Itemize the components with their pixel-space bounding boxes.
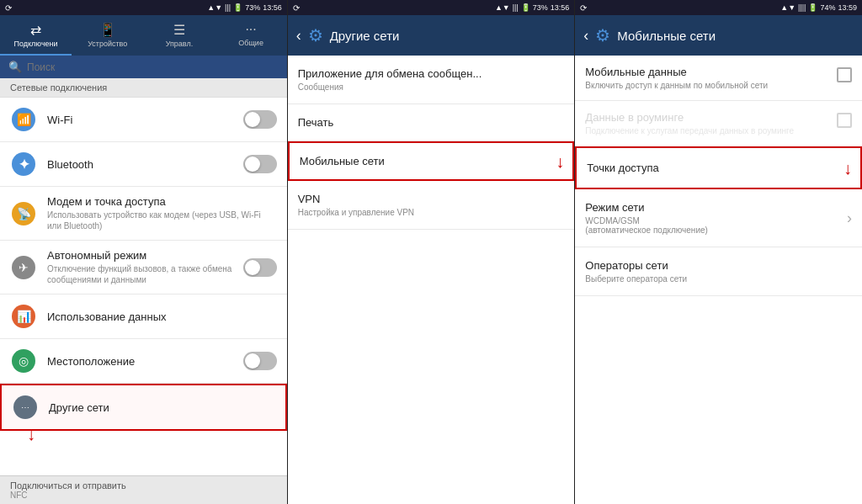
- settings-item-wifi[interactable]: 📶 Wi-Fi: [0, 98, 287, 142]
- network-mode-subtitle: WCDMA/GSM(автоматическое подключение): [585, 216, 847, 235]
- gear-icon-2: ⚙: [308, 25, 323, 45]
- back-button-3[interactable]: ‹: [583, 27, 588, 45]
- status-left-3: ⟳: [580, 3, 587, 13]
- network-mode-title: Режим сети: [585, 201, 847, 214]
- tab-bar: ⇄ Подключени 📱 Устройство ☰ Управл. ··· …: [0, 15, 287, 56]
- row-vpn[interactable]: VPN Настройка и управление VPN: [288, 181, 575, 230]
- bt-toggle[interactable]: [243, 155, 277, 173]
- tab-connect-label: Подключени: [14, 40, 58, 48]
- row-messages-title: Приложение для обмена сообщен...: [298, 67, 565, 80]
- roaming-title: Данные в роуминге: [585, 111, 828, 124]
- time-1: 13:56: [263, 3, 282, 12]
- settings-item-airplane[interactable]: ✈ Автономный режим Отключение функций вы…: [0, 241, 287, 294]
- airplane-text: Автономный режим Отключение функций вызо…: [47, 249, 243, 285]
- status-bar-3: ⟳ ▲▼ |||| 🔋 74% 13:59: [575, 0, 862, 15]
- search-bar: 🔍: [0, 56, 287, 78]
- airplane-toggle[interactable]: [243, 258, 277, 277]
- settings-list-2: Приложение для обмена сообщен... Сообщен…: [288, 56, 575, 504]
- other-icon: ⋯: [13, 395, 37, 419]
- row-print[interactable]: Печать: [288, 104, 575, 141]
- row-mobile-data[interactable]: Мобильные данные Включить доступ к данны…: [575, 56, 862, 101]
- row-mobile-title: Мобильные сети: [300, 155, 563, 167]
- bt-text: Bluetooth: [47, 158, 243, 171]
- row-mobile[interactable]: Мобильные сети ↓: [288, 141, 575, 181]
- network-mode-text: Режим сети WCDMA/GSM(автоматическое подк…: [585, 201, 847, 235]
- tab-device[interactable]: 📱 Устройство: [72, 15, 143, 56]
- bars-icon-1: |||: [225, 3, 231, 12]
- location-icon: ◎: [12, 349, 35, 373]
- battery-icon-2: 🔋: [521, 3, 530, 12]
- row-operators[interactable]: Операторы сети Выберите оператора сети: [575, 247, 862, 296]
- tab-general[interactable]: ··· Общие: [216, 15, 287, 56]
- bottom-sub-1: NFC: [10, 491, 277, 500]
- tab-connect[interactable]: ⇄ Подключени: [0, 15, 72, 56]
- modem-icon: 📡: [12, 202, 35, 225]
- page-header-2: ‹ ⚙ Другие сети: [288, 15, 575, 56]
- tab-control-label: Управл.: [166, 40, 194, 48]
- settings-item-modem[interactable]: 📡 Модем и точка доступа Использовать уст…: [0, 187, 287, 241]
- header-title-3: Мобильные сети: [617, 29, 854, 43]
- location-text: Местоположение: [47, 355, 243, 368]
- tab-control-icon: ☰: [173, 22, 185, 38]
- tab-device-icon: 📱: [99, 22, 116, 38]
- row-messages[interactable]: Приложение для обмена сообщен... Сообщен…: [288, 56, 575, 104]
- search-input[interactable]: [27, 61, 279, 73]
- red-arrow-2: ↓: [556, 151, 564, 171]
- data-title: Использование данных: [47, 310, 277, 323]
- row-messages-subtitle: Сообщения: [298, 82, 565, 92]
- panel-3: ⟳ ▲▼ |||| 🔋 74% 13:59 ‹ ⚙ Мобильные сети…: [575, 0, 862, 504]
- roaming-subtitle: Подключение к услугам передачи данных в …: [585, 126, 828, 135]
- settings-item-bluetooth[interactable]: ✦ Bluetooth: [0, 142, 287, 187]
- mobile-data-checkbox[interactable]: [837, 67, 852, 82]
- roaming-checkbox[interactable]: [837, 113, 852, 128]
- status-right-1: ▲▼ ||| 🔋 73% 13:56: [207, 3, 281, 12]
- settings-item-location[interactable]: ◎ Местоположение: [0, 339, 287, 384]
- settings-item-other[interactable]: ⋯ Другие сети ↓: [0, 384, 287, 431]
- panel-2: ⟳ ▲▼ ||| 🔋 73% 13:56 ‹ ⚙ Другие сети При…: [288, 0, 576, 504]
- battery-icon-3: 🔋: [808, 3, 817, 12]
- sync-icon-2: ⟳: [293, 3, 300, 13]
- signal-icon-3: ▲▼: [780, 3, 795, 12]
- modem-icon-wrap: 📡: [10, 200, 37, 227]
- row-vpn-subtitle: Настройка и управление VPN: [298, 208, 565, 217]
- other-icon-wrap: ⋯: [12, 394, 39, 421]
- wifi-icon: 📶: [12, 108, 35, 131]
- section-label: Сетевые подключения: [0, 78, 287, 98]
- wifi-text: Wi-Fi: [47, 114, 243, 126]
- location-icon-wrap: ◎: [10, 347, 37, 374]
- row-access-points[interactable]: Точки доступа ↓: [575, 146, 862, 189]
- status-right-2: ▲▼ ||| 🔋 73% 13:56: [495, 3, 569, 12]
- row-network-mode[interactable]: Режим сети WCDMA/GSM(автоматическое подк…: [575, 189, 862, 247]
- back-button-2[interactable]: ‹: [296, 27, 301, 45]
- row-roaming[interactable]: Данные в роуминге Подключение к услугам …: [575, 101, 862, 146]
- data-text: Использование данных: [47, 310, 277, 323]
- location-toggle[interactable]: [243, 352, 277, 370]
- red-arrow-1: ↓: [27, 425, 35, 444]
- gear-icon-3: ⚙: [595, 25, 610, 45]
- tab-control[interactable]: ☰ Управл.: [143, 15, 215, 56]
- battery-pct-1: 73%: [245, 3, 260, 12]
- airplane-icon: ✈: [12, 256, 35, 279]
- battery-icon-1: 🔋: [233, 3, 242, 12]
- bt-icon-wrap: ✦: [10, 151, 37, 178]
- roaming-text: Данные в роуминге Подключение к услугам …: [585, 111, 828, 135]
- page-header-3: ‹ ⚙ Мобильные сети: [575, 15, 862, 56]
- other-text: Другие сети: [49, 401, 275, 414]
- modem-subtitle: Использовать устройство как модем (через…: [47, 210, 277, 231]
- modem-text: Модем и точка доступа Использовать устро…: [47, 195, 277, 231]
- status-left-2: ⟳: [293, 3, 300, 13]
- tab-general-label: Общие: [238, 39, 263, 47]
- settings-list-3: Мобильные данные Включить доступ к данны…: [575, 56, 862, 504]
- operators-title: Операторы сети: [585, 259, 852, 272]
- wifi-toggle[interactable]: [243, 110, 277, 129]
- time-2: 13:56: [551, 3, 570, 12]
- tab-device-label: Устройство: [88, 40, 127, 48]
- chevron-icon: ›: [847, 210, 852, 227]
- battery-pct-3: 74%: [820, 3, 835, 12]
- settings-item-data[interactable]: 📊 Использование данных: [0, 294, 287, 339]
- tab-connect-icon: ⇄: [30, 22, 41, 38]
- time-3: 13:59: [838, 3, 857, 12]
- panel-1: ⟳ ▲▼ ||| 🔋 73% 13:56 ⇄ Подключени 📱 Устр…: [0, 0, 288, 504]
- airplane-subtitle: Отключение функций вызовов, а также обме…: [47, 263, 243, 285]
- operators-subtitle: Выберите оператора сети: [585, 274, 852, 284]
